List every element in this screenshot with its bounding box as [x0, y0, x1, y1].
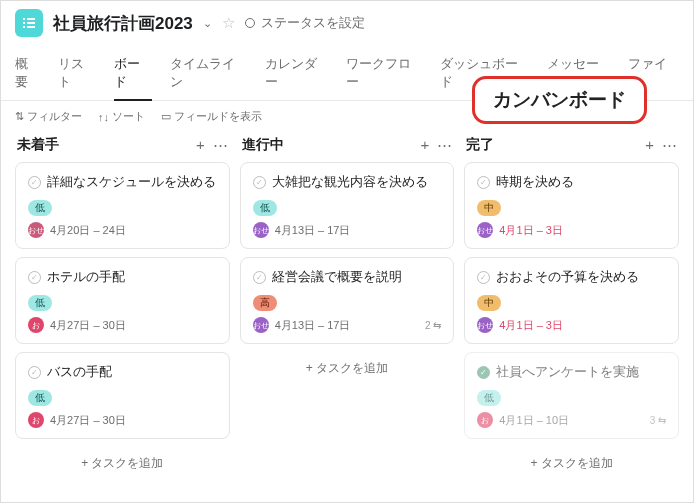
column-menu-icon[interactable]: ⋯	[662, 136, 677, 154]
card-date: 4月27日 – 30日	[50, 318, 126, 333]
subtask-count: 2 ⇆	[425, 320, 441, 331]
add-task-button[interactable]: + タスクを追加	[240, 352, 455, 385]
task-card[interactable]: ✓おおよその予算を決める中おせ4月1日 – 3日	[464, 257, 679, 344]
priority-badge: 高	[253, 295, 277, 311]
assignee-avatar[interactable]: おせ	[253, 222, 269, 238]
priority-badge: 低	[28, 200, 52, 216]
assignee-avatar[interactable]: お	[28, 317, 44, 333]
add-card-icon[interactable]: +	[196, 136, 205, 154]
subtask-count: 3 ⇆	[650, 415, 666, 426]
sort-button[interactable]: ↑↓ ソート	[98, 109, 145, 124]
card-title: 社員へアンケートを実施	[496, 363, 639, 381]
task-card[interactable]: ✓バスの手配低お4月27日 – 30日	[15, 352, 230, 439]
card-date: 4月1日 – 3日	[499, 223, 563, 238]
svg-rect-0	[23, 18, 25, 20]
assignee-avatar[interactable]: おせ	[477, 317, 493, 333]
svg-rect-2	[23, 22, 25, 24]
card-date: 4月1日 – 10日	[499, 413, 569, 428]
star-icon[interactable]: ☆	[222, 14, 235, 32]
assignee-avatar[interactable]: おせ	[28, 222, 44, 238]
svg-rect-1	[27, 18, 35, 20]
assignee-avatar[interactable]: お	[477, 412, 493, 428]
assignee-avatar[interactable]: おせ	[253, 317, 269, 333]
svg-rect-4	[23, 26, 25, 28]
column-title: 進行中	[242, 136, 284, 154]
priority-badge: 低	[28, 295, 52, 311]
card-title: 大雑把な観光内容を決める	[272, 173, 428, 191]
card-title: 時期を決める	[496, 173, 574, 191]
task-card[interactable]: ✓時期を決める中おせ4月1日 – 3日	[464, 162, 679, 249]
task-card[interactable]: ✓詳細なスケジュールを決める低おせ4月20日 – 24日	[15, 162, 230, 249]
priority-badge: 低	[477, 390, 501, 406]
fields-button[interactable]: ▭ フィールドを表示	[161, 109, 262, 124]
priority-badge: 中	[477, 295, 501, 311]
tab-0[interactable]: 概要	[15, 49, 40, 100]
task-card[interactable]: ✓経営会議で概要を説明高おせ4月13日 – 17日2 ⇆	[240, 257, 455, 344]
tab-3[interactable]: タイムライン	[170, 49, 246, 100]
project-logo[interactable]	[15, 9, 43, 37]
svg-rect-5	[27, 26, 35, 28]
complete-check-icon[interactable]: ✓	[253, 271, 266, 284]
priority-badge: 低	[28, 390, 52, 406]
column-title: 完了	[466, 136, 494, 154]
status-dot-icon	[245, 18, 255, 28]
tab-2[interactable]: ボード	[114, 49, 152, 101]
card-date: 4月27日 – 30日	[50, 413, 126, 428]
card-title: ホテルの手配	[47, 268, 125, 286]
tab-1[interactable]: リスト	[58, 49, 96, 100]
tab-5[interactable]: ワークフロー	[346, 49, 422, 100]
card-title: 詳細なスケジュールを決める	[47, 173, 216, 191]
card-title: バスの手配	[47, 363, 112, 381]
filter-button[interactable]: ⇅ フィルター	[15, 109, 82, 124]
assignee-avatar[interactable]: お	[28, 412, 44, 428]
add-task-button[interactable]: + タスクを追加	[15, 447, 230, 480]
card-date: 4月1日 – 3日	[499, 318, 563, 333]
complete-check-icon[interactable]: ✓	[477, 176, 490, 189]
task-card[interactable]: ✓ホテルの手配低お4月27日 – 30日	[15, 257, 230, 344]
status-label: ステータスを設定	[261, 14, 365, 32]
complete-check-icon[interactable]: ✓	[28, 271, 41, 284]
card-title: 経営会議で概要を説明	[272, 268, 402, 286]
complete-check-icon[interactable]: ✓	[477, 366, 490, 379]
callout-annotation: カンバンボード	[472, 76, 647, 124]
column-menu-icon[interactable]: ⋯	[213, 136, 228, 154]
tab-4[interactable]: カレンダー	[265, 49, 328, 100]
add-card-icon[interactable]: +	[421, 136, 430, 154]
complete-check-icon[interactable]: ✓	[28, 176, 41, 189]
card-date: 4月13日 – 17日	[275, 223, 351, 238]
status-button[interactable]: ステータスを設定	[245, 14, 365, 32]
project-title[interactable]: 社員旅行計画2023	[53, 12, 193, 35]
add-task-button[interactable]: + タスクを追加	[464, 447, 679, 480]
column-title: 未着手	[17, 136, 59, 154]
priority-badge: 中	[477, 200, 501, 216]
priority-badge: 低	[253, 200, 277, 216]
column-menu-icon[interactable]: ⋯	[437, 136, 452, 154]
svg-rect-3	[27, 22, 35, 24]
assignee-avatar[interactable]: おせ	[477, 222, 493, 238]
add-card-icon[interactable]: +	[645, 136, 654, 154]
card-date: 4月13日 – 17日	[275, 318, 351, 333]
chevron-down-icon[interactable]: ⌄	[203, 17, 212, 30]
complete-check-icon[interactable]: ✓	[28, 366, 41, 379]
card-title: おおよその予算を決める	[496, 268, 639, 286]
task-card[interactable]: ✓大雑把な観光内容を決める低おせ4月13日 – 17日	[240, 162, 455, 249]
task-card[interactable]: ✓社員へアンケートを実施低お4月1日 – 10日3 ⇆	[464, 352, 679, 439]
card-date: 4月20日 – 24日	[50, 223, 126, 238]
complete-check-icon[interactable]: ✓	[253, 176, 266, 189]
complete-check-icon[interactable]: ✓	[477, 271, 490, 284]
